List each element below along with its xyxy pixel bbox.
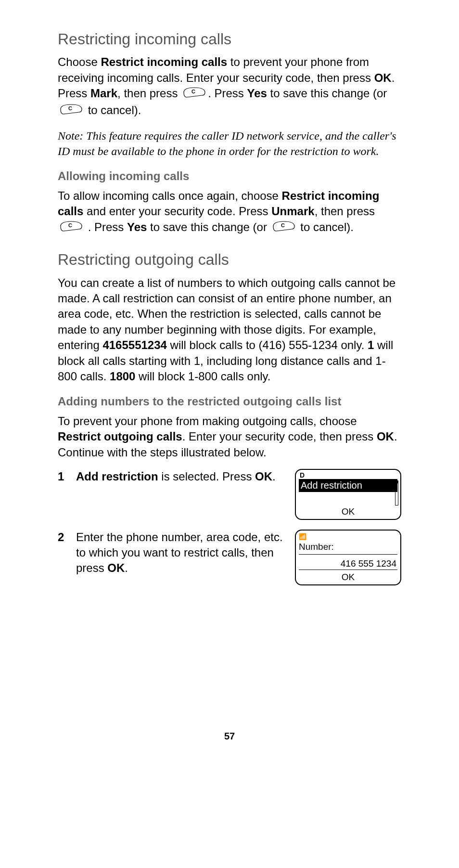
paragraph-allowing: To allow incoming calls once again, choo… <box>58 188 401 236</box>
text: . Press <box>208 87 247 100</box>
text: to save this change (or <box>267 87 387 100</box>
text: . <box>272 470 276 483</box>
screen-softkey-label: OK <box>299 571 397 583</box>
step-number: 1 <box>58 469 70 484</box>
paragraph-outgoing: You can create a list of numbers to whic… <box>58 275 401 385</box>
screen-selected-item: Add restriction <box>299 479 397 492</box>
text: to save this change (or <box>147 220 270 233</box>
text-bold: Add restriction <box>76 470 158 483</box>
text-bold: Restrict incoming calls <box>101 55 227 68</box>
text-bold: 1 <box>368 338 374 351</box>
text: , then press <box>315 205 375 218</box>
screen-status-icon: D <box>299 472 397 479</box>
phone-screen-1: D Add restriction OK <box>295 469 401 520</box>
text: to cancel). <box>297 220 354 233</box>
text-bold: 4165551234 <box>102 338 166 351</box>
page-number: 57 <box>58 730 401 743</box>
text: . Press <box>85 220 127 233</box>
text: To prevent your phone from making outgoi… <box>58 415 357 428</box>
text: . Enter your security code, then press <box>182 430 377 443</box>
step-1-row: 1 Add restriction is selected. Press OK.… <box>58 469 401 520</box>
screen-field-label: Number: <box>299 541 397 555</box>
step-text: Enter the phone number, area code, etc. … <box>76 530 289 576</box>
step-2-row: 2 Enter the phone number, area code, etc… <box>58 530 401 585</box>
antenna-icon: 📶 <box>299 532 397 541</box>
text: To allow incoming calls once again, choo… <box>58 189 282 202</box>
screen-softkey-label: OK <box>299 505 397 518</box>
text-bold: OK <box>374 71 392 84</box>
heading-allowing-incoming: Allowing incoming calls <box>58 168 401 184</box>
heading-adding-numbers: Adding numbers to the restricted outgoin… <box>58 394 401 409</box>
scrollbar-thumb <box>395 481 398 483</box>
c-key-icon <box>183 86 206 102</box>
step-text: Add restriction is selected. Press OK. <box>76 469 289 484</box>
text-bold: 1800 <box>110 370 135 383</box>
phone-screen-2: 📶 Number: 416 555 1234 OK <box>295 530 401 585</box>
c-key-icon <box>60 103 83 119</box>
text-bold: OK <box>377 430 394 443</box>
text-bold: Yes <box>247 87 267 100</box>
screen-number-value: 416 555 1234 <box>299 556 397 570</box>
note-text: Note: This feature requires the caller I… <box>58 128 401 159</box>
text-bold: Yes <box>127 220 147 233</box>
paragraph-incoming: Choose Restrict incoming calls to preven… <box>58 54 401 119</box>
text: will block 1-800 calls only. <box>135 370 270 383</box>
text: will block calls to (416) 555-1234 only. <box>167 338 368 351</box>
heading-restricting-outgoing: Restricting outgoing calls <box>58 249 401 270</box>
text: . <box>125 561 128 574</box>
text-bold: Restrict outgoing calls <box>58 430 182 443</box>
c-key-icon <box>60 220 83 236</box>
screen-scrollbar <box>395 480 398 505</box>
text: and enter your security code. Press <box>83 205 271 218</box>
text-bold: Unmark <box>271 205 314 218</box>
text: to cancel). <box>85 104 141 117</box>
text-bold: OK <box>107 561 125 574</box>
step-number: 2 <box>58 530 70 545</box>
text-bold: OK <box>255 470 272 483</box>
c-key-icon <box>272 220 295 236</box>
screen-blank-area <box>299 492 397 505</box>
heading-restricting-incoming: Restricting incoming calls <box>58 29 401 50</box>
text: Choose <box>58 55 101 68</box>
text-bold: Mark <box>90 87 117 100</box>
paragraph-adding: To prevent your phone from making outgoi… <box>58 414 401 460</box>
text: is selected. Press <box>158 470 255 483</box>
text: , then press <box>117 87 181 100</box>
